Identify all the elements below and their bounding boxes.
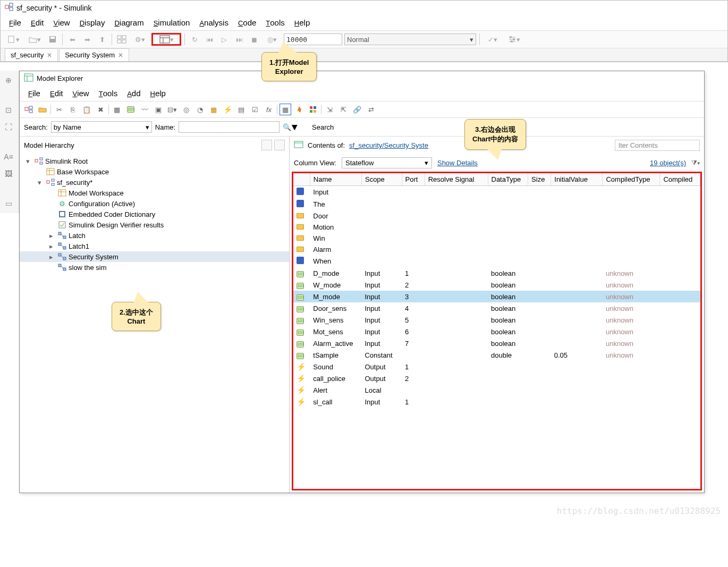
blank-icon[interactable]: ▭ — [2, 197, 15, 210]
save-button[interactable] — [46, 33, 59, 46]
new-button[interactable]: ▾ — [4, 33, 23, 46]
filter-contents-input[interactable]: lter Contents — [615, 140, 700, 151]
tree-caret-icon[interactable]: ▸ — [49, 232, 56, 240]
me-menu-file[interactable]: File — [24, 87, 45, 100]
matlab-icon[interactable] — [293, 104, 305, 115]
fit-icon[interactable]: ⛶ — [2, 121, 15, 133]
model-explorer-button[interactable]: ▾ — [151, 33, 181, 46]
me-menu-view[interactable]: View — [68, 87, 93, 100]
search-button[interactable]: Search — [312, 123, 334, 131]
menu-file[interactable]: File — [5, 16, 26, 29]
table-row[interactable]: Input — [293, 186, 700, 199]
table-row[interactable]: 101W_modeInput2booleanunknown — [293, 279, 700, 291]
tree-caret-icon[interactable]: ▾ — [26, 157, 32, 165]
filter-icon[interactable]: ⧩▾ — [691, 159, 700, 167]
config-button[interactable]: ⚙▾ — [130, 33, 149, 46]
table-row[interactable]: 101Alarm_activeInput7booleanunknown — [293, 337, 700, 349]
link-icon[interactable]: 🔗 — [351, 104, 363, 115]
table-row[interactable]: Win — [293, 233, 700, 244]
run-button[interactable]: ▷ — [218, 33, 231, 46]
search-name-input[interactable] — [179, 121, 280, 133]
forward-button[interactable]: ➡ — [81, 33, 94, 46]
table-row[interactable]: 101M_modeInput3booleanunknown — [293, 291, 700, 302]
delete-icon[interactable]: ✖ — [95, 104, 106, 115]
tree-caret-icon[interactable]: ▸ — [49, 253, 56, 261]
search-mode-select[interactable]: by Name▾ — [51, 121, 152, 133]
col-compiledtype[interactable]: CompiledType — [603, 173, 660, 186]
open-button[interactable]: ▾ — [25, 33, 44, 46]
col-datatype[interactable]: DataType — [488, 173, 528, 186]
import-icon[interactable]: ⇲ — [324, 104, 335, 115]
link-panel-icon[interactable] — [274, 140, 285, 150]
tree-item-latch1[interactable]: ▸Latch1 — [20, 241, 289, 251]
search-icon[interactable]: 🔍⯆ — [283, 123, 298, 131]
target-icon[interactable]: ◎ — [180, 104, 192, 115]
table-row[interactable]: 101Win_sensInput5booleanunknown — [293, 314, 700, 326]
tree-item-configuration-active-[interactable]: ⚙Configuration (Active) — [20, 198, 289, 209]
step-forward-button[interactable]: ⏭ — [233, 33, 246, 46]
tree-item-sf_security-[interactable]: ▾sf_security* — [20, 177, 289, 188]
blocks-icon[interactable] — [307, 104, 319, 115]
contents-path[interactable]: sf_security/Security Syste — [349, 141, 428, 149]
up-button[interactable]: ⬆ — [96, 33, 108, 46]
col-scope[interactable]: Scope — [361, 173, 402, 186]
clock-icon[interactable]: ◔ — [194, 104, 206, 115]
tree-caret-icon[interactable]: ▸ — [49, 242, 56, 250]
tree-caret-icon[interactable]: ▾ — [38, 179, 44, 187]
close-icon[interactable]: ✕ — [118, 52, 123, 59]
tree-item-slow-the-sim[interactable]: slow the sim — [20, 262, 289, 273]
collapse-icon[interactable] — [261, 140, 272, 150]
table-row[interactable]: 101D_modeInput1booleanunknown — [293, 267, 700, 279]
stop-button[interactable]: ◼ — [248, 33, 260, 46]
export-icon[interactable]: ⇱ — [337, 104, 349, 115]
menu-help[interactable]: Help — [290, 16, 314, 29]
check-icon[interactable]: ☑ — [249, 104, 261, 115]
show-details-link[interactable]: Show Details — [437, 159, 478, 167]
tree-item-embedded-coder-dictionary[interactable]: Embedded Coder Dictionary — [20, 209, 289, 219]
tree-item-base-workspace[interactable]: Base Workspace — [20, 166, 289, 177]
table-row[interactable]: Door — [293, 210, 700, 222]
col-resolve-signal[interactable]: Resolve Signal — [425, 173, 488, 186]
menu-display[interactable]: Display — [75, 16, 109, 29]
table-row[interactable]: The — [293, 198, 700, 210]
me-menu-edit[interactable]: Edit — [46, 87, 67, 100]
event-icon[interactable]: ⚡ — [222, 104, 233, 115]
subsys-icon[interactable]: ▣ — [153, 104, 164, 115]
menu-view[interactable]: View — [49, 16, 74, 29]
menu-simulation[interactable]: Simulation — [149, 16, 194, 29]
table-row[interactable]: 101Door_sensInput4booleanunknown — [293, 302, 700, 314]
bus-icon[interactable]: ⊟▾ — [166, 104, 178, 115]
zoom-area-icon[interactable]: ⊡ — [2, 104, 15, 116]
copy-icon[interactable]: ⎘ — [67, 104, 79, 115]
var-icon[interactable]: ▦ — [208, 104, 219, 115]
tree-item-security-system[interactable]: ▸Security System — [20, 251, 289, 262]
me-menu-add[interactable]: Add — [123, 87, 145, 100]
tune-button[interactable]: ▾ — [504, 33, 523, 46]
image-icon[interactable]: 🖼 — [2, 167, 15, 180]
col-port[interactable]: Port — [402, 173, 425, 186]
col-size[interactable]: Size — [528, 173, 551, 186]
objects-count[interactable]: 19 object(s) — [650, 159, 686, 167]
tab-sf_security[interactable]: sf_security✕ — [5, 48, 58, 61]
new-model-icon[interactable] — [23, 104, 35, 115]
signal-icon[interactable]: 〰 — [139, 104, 150, 115]
annotate-icon[interactable]: A≡ — [2, 150, 15, 163]
menu-edit[interactable]: Edit — [27, 16, 48, 29]
table-row[interactable]: Alarm — [293, 244, 700, 255]
cut-icon[interactable]: ✂ — [53, 104, 65, 115]
table-row[interactable]: ⚡call_policeOutput2 — [293, 373, 700, 384]
library-browser-button[interactable] — [115, 33, 128, 46]
tree-item-simulink-design-verifier-results[interactable]: Simulink Design Verifier results — [20, 219, 289, 230]
paste-icon[interactable]: 📋 — [81, 104, 92, 115]
sync-icon[interactable]: ⇄ — [365, 104, 377, 115]
panes-icon[interactable]: ▦ — [111, 104, 123, 115]
open-icon[interactable] — [37, 104, 48, 115]
refresh-button[interactable]: ↻ — [188, 33, 201, 46]
menu-code[interactable]: Code — [234, 16, 260, 29]
zoom-in-icon[interactable]: ⊕ — [2, 74, 15, 87]
hierarchy-tree[interactable]: ▾Simulink RootBase Workspace▾sf_security… — [20, 154, 289, 275]
col-compiled[interactable]: Compiled — [660, 173, 700, 186]
menu-analysis[interactable]: Analysis — [195, 16, 233, 29]
tree-item-model-workspace[interactable]: Model Workspace — [20, 188, 289, 198]
tree-item-latch[interactable]: ▸Latch — [20, 230, 289, 241]
